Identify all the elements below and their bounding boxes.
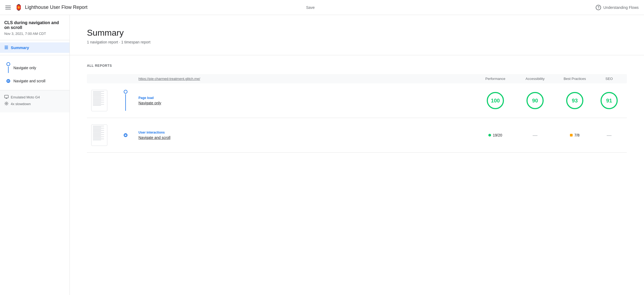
score-accessibility-1: 90 [516,92,554,109]
understanding-flows-label: Understanding Flows [603,5,639,10]
score-circle-seo-1[interactable]: 91 [601,92,618,109]
score-square-orange [570,134,573,137]
score-performance-1: 100 [477,92,514,109]
svg-point-6 [6,103,7,104]
header-best-practices: Best Practices [556,77,594,81]
score-pill-bestpractices-2[interactable]: 7/8 [570,133,579,137]
main-layout: CLS during navigation and on scroll Nov … [0,15,644,295]
header-performance: Performance [477,77,514,81]
reports-section: ALL REPORTS https://pie-charmed-treatmen… [70,55,644,161]
summary-section: Summary 1 navigation report · 1 timespan… [70,15,644,55]
report-name-navigate-scroll[interactable]: Navigate and scroll [138,135,474,140]
flow-dot-circle-icon [6,62,10,66]
score-pill-value-bestpractices: 7/8 [574,133,579,137]
help-icon: ? [596,5,601,10]
score-seo-2: — [596,132,623,138]
report-info-1: Page load Navigate only [138,96,474,105]
score-pill-value-performance: 19/20 [493,133,502,137]
save-button[interactable]: Save [302,3,319,12]
report-info-2: User interactions Navigate and scroll [138,131,474,140]
flow-dot-clock-icon [6,79,10,83]
score-dash-seo: — [607,132,612,138]
header-seo: SEO [596,77,623,81]
flow-label-navigate-scroll: Navigate and scroll [13,79,45,83]
score-circle-performance-1[interactable]: 100 [487,92,504,109]
sidebar-project-info: CLS during navigation and on scroll Nov … [0,15,69,40]
reports-table-header: https://pie-charmed-treatment.glitch.me/… [87,74,627,83]
sidebar-nav: ☰ Summary [0,40,69,55]
flow-connector-2 [6,79,10,83]
header: 🏮 Lighthouse User Flow Report Save ? Und… [0,0,644,15]
flow-label-navigate-only: Navigate only [13,66,36,70]
report-name-navigate-only[interactable]: Navigate only [138,101,474,105]
report-row-navigate-scroll: User interactions Navigate and scroll 19… [87,118,627,153]
project-title: CLS during navigation and on scroll [4,20,65,30]
hamburger-menu[interactable] [5,6,11,9]
score-best-practices-1: 93 [556,92,594,109]
score-best-practices-2: 7/8 [556,133,594,137]
all-reports-label: ALL REPORTS [87,64,627,68]
device-emulation: Emulated Moto G4 [4,95,65,100]
flow-indicator-2 [115,124,136,146]
score-circle-accessibility-1[interactable]: 90 [526,92,544,109]
content-area: Summary 1 navigation report · 1 timespan… [70,15,644,295]
report-row-navigate-only: Page load Navigate only 100 90 93 91 [87,83,627,118]
report-type-2: User interactions [138,131,474,134]
slowdown-label: 4x slowdown [11,102,31,106]
score-dash-accessibility: — [533,132,537,138]
score-performance-2: 19/20 [477,133,514,137]
gear-icon [4,101,9,106]
sidebar: CLS during navigation and on scroll Nov … [0,15,70,295]
score-seo-1: 91 [596,92,623,109]
flow-line [8,67,9,73]
flow-indicator-1 [115,90,136,111]
score-circle-bestpractices-1[interactable]: 93 [566,92,583,109]
header-url: https://pie-charmed-treatment.glitch.me/ [138,77,474,81]
report-type-1: Page load [138,96,474,100]
sidebar-item-navigate-only[interactable]: Navigate only [0,60,69,76]
svg-point-0 [7,80,9,82]
header-accessibility: Accessibility [516,77,554,81]
thumbnail-2 [91,124,113,146]
sidebar-flows: Navigate only Navigate and scroll [0,55,69,90]
flow-clock-indicator [124,133,127,137]
logo-icon: 🏮 [15,4,22,11]
understanding-flows-link[interactable]: ? Understanding Flows [596,5,639,10]
thumbnail-1 [91,90,113,111]
summary-label: Summary [11,45,29,50]
project-date: Nov 3, 2021, 7:00 AM CDT [4,32,65,36]
flow-connector-1 [6,62,10,73]
monitor-icon [4,95,9,100]
score-dot-green [488,134,491,137]
flow-circle-indicator [124,90,127,94]
sidebar-item-navigate-scroll[interactable]: Navigate and scroll [0,76,69,86]
score-pill-performance-2[interactable]: 19/20 [488,133,502,137]
device-label: Emulated Moto G4 [11,95,40,99]
summary-subtitle: 1 navigation report · 1 timespan report [87,40,627,44]
sidebar-device-info: Emulated Moto G4 4x slowdown [0,90,69,112]
sidebar-item-summary[interactable]: ☰ Summary [0,42,69,53]
score-accessibility-2: — [516,132,554,138]
list-icon: ☰ [4,45,8,50]
summary-title: Summary [87,28,627,38]
flow-line-indicator [125,94,126,111]
svg-rect-3 [5,95,8,98]
header-title: Lighthouse User Flow Report [25,5,302,10]
device-slowdown: 4x slowdown [4,101,65,106]
